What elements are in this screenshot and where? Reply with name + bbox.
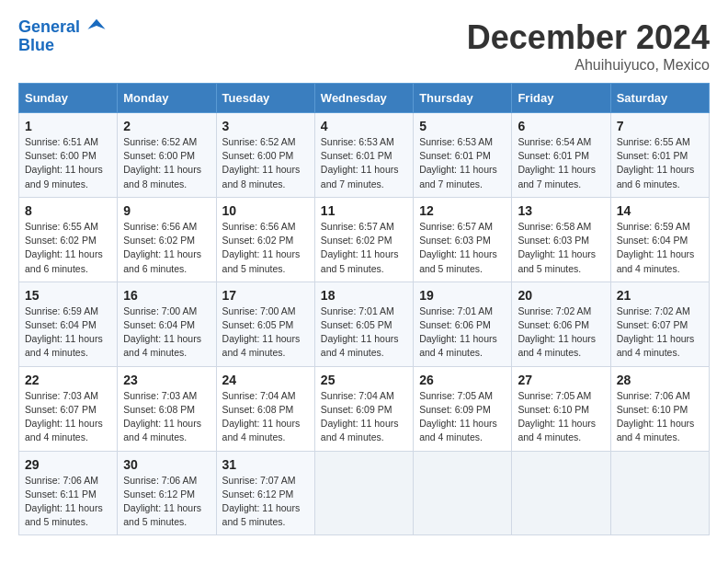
- calendar-cell: 26Sunrise: 7:05 AM Sunset: 6:09 PM Dayli…: [414, 366, 512, 451]
- day-header-sunday: Sunday: [19, 84, 118, 113]
- calendar-cell: 17Sunrise: 7:00 AM Sunset: 6:05 PM Dayli…: [216, 282, 314, 366]
- day-info: Sunrise: 6:57 AM Sunset: 6:02 PM Dayligh…: [321, 220, 407, 276]
- day-number: 18: [321, 288, 407, 303]
- day-number: 20: [518, 288, 604, 303]
- logo-text-general: General: [18, 17, 80, 36]
- day-info: Sunrise: 6:52 AM Sunset: 6:00 PM Dayligh…: [123, 135, 210, 191]
- day-number: 26: [419, 373, 506, 387]
- day-number: 25: [321, 373, 407, 387]
- calendar-cell: 3Sunrise: 6:52 AM Sunset: 6:00 PM Daylig…: [216, 113, 314, 198]
- day-info: Sunrise: 7:05 AM Sunset: 6:09 PM Dayligh…: [419, 389, 506, 445]
- day-number: 21: [617, 288, 703, 303]
- day-info: Sunrise: 6:51 AM Sunset: 6:00 PM Dayligh…: [25, 135, 111, 191]
- days-header-row: SundayMondayTuesdayWednesdayThursdayFrid…: [19, 84, 710, 113]
- day-header-tuesday: Tuesday: [216, 84, 314, 113]
- day-number: 3: [222, 119, 309, 133]
- page-header: General Blue December 2024 Ahuihuiyuco, …: [18, 18, 710, 74]
- day-info: Sunrise: 6:55 AM Sunset: 6:01 PM Dayligh…: [617, 135, 703, 191]
- day-info: Sunrise: 6:56 AM Sunset: 6:02 PM Dayligh…: [123, 220, 210, 276]
- calendar-cell: 5Sunrise: 6:53 AM Sunset: 6:01 PM Daylig…: [414, 113, 512, 198]
- calendar-week-row: 1Sunrise: 6:51 AM Sunset: 6:00 PM Daylig…: [19, 113, 710, 198]
- calendar-cell: 28Sunrise: 7:06 AM Sunset: 6:10 PM Dayli…: [610, 366, 709, 451]
- svg-marker-0: [88, 19, 106, 29]
- day-number: 8: [25, 203, 111, 218]
- day-number: 24: [222, 373, 309, 387]
- day-info: Sunrise: 7:02 AM Sunset: 6:07 PM Dayligh…: [617, 304, 703, 361]
- month-title: December 2024: [467, 18, 710, 57]
- day-number: 31: [222, 457, 309, 472]
- calendar-cell: 31Sunrise: 7:07 AM Sunset: 6:12 PM Dayli…: [216, 451, 314, 535]
- logo-text-blue: Blue: [18, 37, 107, 55]
- day-info: Sunrise: 7:01 AM Sunset: 6:06 PM Dayligh…: [419, 304, 506, 361]
- day-header-friday: Friday: [512, 84, 610, 113]
- day-number: 2: [123, 119, 210, 133]
- day-number: 27: [518, 373, 604, 387]
- day-number: 15: [25, 288, 111, 303]
- calendar-cell: 19Sunrise: 7:01 AM Sunset: 6:06 PM Dayli…: [414, 282, 512, 366]
- day-info: Sunrise: 7:06 AM Sunset: 6:11 PM Dayligh…: [25, 474, 111, 530]
- day-info: Sunrise: 7:04 AM Sunset: 6:09 PM Dayligh…: [321, 389, 407, 445]
- calendar-cell: 11Sunrise: 6:57 AM Sunset: 6:02 PM Dayli…: [314, 197, 413, 282]
- day-info: Sunrise: 7:04 AM Sunset: 6:08 PM Dayligh…: [222, 389, 309, 445]
- calendar-cell: 22Sunrise: 7:03 AM Sunset: 6:07 PM Dayli…: [19, 366, 118, 451]
- day-info: Sunrise: 7:00 AM Sunset: 6:04 PM Dayligh…: [123, 304, 210, 361]
- calendar-cell: 7Sunrise: 6:55 AM Sunset: 6:01 PM Daylig…: [610, 113, 709, 198]
- calendar-cell: 12Sunrise: 6:57 AM Sunset: 6:03 PM Dayli…: [414, 197, 512, 282]
- calendar-week-row: 22Sunrise: 7:03 AM Sunset: 6:07 PM Dayli…: [19, 366, 710, 451]
- calendar-cell: 9Sunrise: 6:56 AM Sunset: 6:02 PM Daylig…: [118, 197, 216, 282]
- calendar-cell: 2Sunrise: 6:52 AM Sunset: 6:00 PM Daylig…: [118, 113, 216, 198]
- day-number: 13: [518, 203, 604, 218]
- calendar-cell: 18Sunrise: 7:01 AM Sunset: 6:05 PM Dayli…: [314, 282, 413, 366]
- calendar-week-row: 8Sunrise: 6:55 AM Sunset: 6:02 PM Daylig…: [19, 197, 710, 282]
- day-header-monday: Monday: [118, 84, 216, 113]
- calendar-cell: [314, 451, 413, 535]
- day-header-wednesday: Wednesday: [314, 84, 413, 113]
- day-number: 1: [25, 119, 111, 133]
- calendar-cell: 29Sunrise: 7:06 AM Sunset: 6:11 PM Dayli…: [19, 451, 118, 535]
- day-info: Sunrise: 6:53 AM Sunset: 6:01 PM Dayligh…: [321, 135, 407, 191]
- calendar-cell: 10Sunrise: 6:56 AM Sunset: 6:02 PM Dayli…: [216, 197, 314, 282]
- day-number: 10: [222, 203, 309, 218]
- day-number: 5: [419, 119, 506, 133]
- day-info: Sunrise: 6:59 AM Sunset: 6:04 PM Dayligh…: [617, 220, 703, 276]
- day-info: Sunrise: 7:03 AM Sunset: 6:07 PM Dayligh…: [25, 389, 111, 445]
- location: Ahuihuiyuco, Mexico: [467, 57, 710, 74]
- calendar-cell: 6Sunrise: 6:54 AM Sunset: 6:01 PM Daylig…: [512, 113, 610, 198]
- day-info: Sunrise: 6:55 AM Sunset: 6:02 PM Dayligh…: [25, 220, 111, 276]
- day-number: 6: [518, 119, 604, 133]
- calendar-cell: 13Sunrise: 6:58 AM Sunset: 6:03 PM Dayli…: [512, 197, 610, 282]
- day-number: 12: [419, 203, 506, 218]
- day-number: 28: [617, 373, 703, 387]
- day-info: Sunrise: 7:03 AM Sunset: 6:08 PM Dayligh…: [123, 389, 210, 445]
- calendar-cell: 14Sunrise: 6:59 AM Sunset: 6:04 PM Dayli…: [610, 197, 709, 282]
- day-number: 30: [123, 457, 210, 472]
- day-number: 19: [419, 288, 506, 303]
- day-info: Sunrise: 6:58 AM Sunset: 6:03 PM Dayligh…: [518, 220, 604, 276]
- calendar-cell: 8Sunrise: 6:55 AM Sunset: 6:02 PM Daylig…: [19, 197, 118, 282]
- logo: General Blue: [18, 18, 107, 55]
- day-number: 29: [25, 457, 111, 472]
- calendar-cell: 30Sunrise: 7:06 AM Sunset: 6:12 PM Dayli…: [118, 451, 216, 535]
- day-info: Sunrise: 6:52 AM Sunset: 6:00 PM Dayligh…: [222, 135, 309, 191]
- calendar-week-row: 15Sunrise: 6:59 AM Sunset: 6:04 PM Dayli…: [19, 282, 710, 366]
- day-number: 16: [123, 288, 210, 303]
- calendar-cell: 24Sunrise: 7:04 AM Sunset: 6:08 PM Dayli…: [216, 366, 314, 451]
- day-info: Sunrise: 7:01 AM Sunset: 6:05 PM Dayligh…: [321, 304, 407, 361]
- title-block: December 2024 Ahuihuiyuco, Mexico: [467, 18, 710, 74]
- day-number: 7: [617, 119, 703, 133]
- day-number: 4: [321, 119, 407, 133]
- day-info: Sunrise: 7:06 AM Sunset: 6:12 PM Dayligh…: [123, 474, 210, 530]
- calendar-cell: 15Sunrise: 6:59 AM Sunset: 6:04 PM Dayli…: [19, 282, 118, 366]
- calendar-cell: [414, 451, 512, 535]
- day-info: Sunrise: 6:53 AM Sunset: 6:01 PM Dayligh…: [419, 135, 506, 191]
- day-number: 11: [321, 203, 407, 218]
- calendar-cell: 23Sunrise: 7:03 AM Sunset: 6:08 PM Dayli…: [118, 366, 216, 451]
- day-info: Sunrise: 6:57 AM Sunset: 6:03 PM Dayligh…: [419, 220, 506, 276]
- day-number: 17: [222, 288, 309, 303]
- calendar-cell: [610, 451, 709, 535]
- day-header-thursday: Thursday: [414, 84, 512, 113]
- calendar-cell: 27Sunrise: 7:05 AM Sunset: 6:10 PM Dayli…: [512, 366, 610, 451]
- day-number: 14: [617, 203, 703, 218]
- calendar-cell: 1Sunrise: 6:51 AM Sunset: 6:00 PM Daylig…: [19, 113, 118, 198]
- calendar-table: SundayMondayTuesdayWednesdayThursdayFrid…: [18, 83, 710, 535]
